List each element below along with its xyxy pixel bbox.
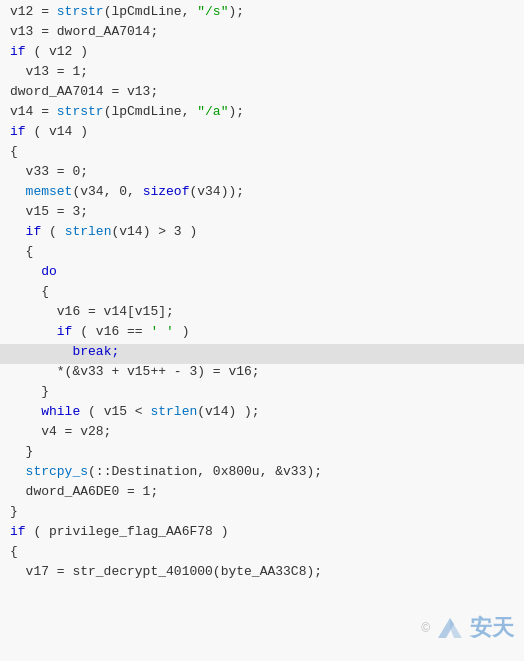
- code-text: (v34));: [189, 184, 244, 199]
- code-container: v12 = strstr(lpCmdLine, "/s"); v13 = dwo…: [0, 0, 524, 661]
- svg-marker-1: [450, 618, 462, 638]
- code-text: {: [10, 284, 49, 299]
- code-text: (lpCmdLine,: [104, 104, 198, 119]
- code-text: strstr: [57, 4, 104, 19]
- while-keyword: while: [41, 404, 80, 419]
- code-line: dword_AA7014 = v13;: [0, 84, 524, 104]
- code-line: v33 = 0;: [0, 164, 524, 184]
- code-text: {: [10, 144, 18, 159]
- code-line-highlighted: break;: [0, 344, 524, 364]
- code-text: v17 = str_decrypt_401000(byte_AA33C8);: [10, 564, 322, 579]
- code-text: if: [57, 324, 73, 339]
- code-text: v12 =: [10, 4, 57, 19]
- break-keyword: break;: [72, 344, 119, 359]
- code-text: v33 = 0;: [10, 164, 88, 179]
- code-line: do: [0, 264, 524, 284]
- code-text: "/a": [197, 104, 228, 119]
- code-text: ' ': [150, 324, 173, 339]
- code-text: ( v14 ): [26, 124, 88, 139]
- code-line: if ( privilege_flag_AA6F78 ): [0, 524, 524, 544]
- code-line: if ( v14 ): [0, 124, 524, 144]
- code-text: strlen: [150, 404, 197, 419]
- code-text: if: [10, 524, 26, 539]
- code-text: v13 = dword_AA7014;: [10, 24, 158, 39]
- watermark: © 安天: [421, 613, 514, 643]
- code-line: *(&v33 + v15++ - 3) = v16;: [0, 364, 524, 384]
- code-text: }: [10, 504, 18, 519]
- code-line: {: [0, 544, 524, 564]
- code-line: {: [0, 244, 524, 264]
- code-text: }: [10, 444, 33, 459]
- code-text: ( v15 <: [80, 404, 150, 419]
- code-text: [10, 344, 72, 359]
- code-text: {: [10, 244, 33, 259]
- code-text: "/s": [197, 4, 228, 19]
- code-line: v13 = dword_AA7014;: [0, 24, 524, 44]
- watermark-brand-text: 安天: [470, 613, 514, 643]
- code-text: v14 =: [10, 104, 57, 119]
- code-line: v4 = v28;: [0, 424, 524, 444]
- code-line: if ( v12 ): [0, 44, 524, 64]
- code-text: dword_AA7014 = v13;: [10, 84, 158, 99]
- code-text: [10, 464, 26, 479]
- code-text: *(&v33 + v15++ - 3) = v16;: [10, 364, 260, 379]
- code-text: strcpy_s: [26, 464, 88, 479]
- code-text: [10, 404, 41, 419]
- code-text: (v34, 0,: [72, 184, 142, 199]
- code-text: strstr: [57, 104, 104, 119]
- code-line: }: [0, 504, 524, 524]
- code-text: v15 = 3;: [10, 204, 88, 219]
- code-text: if: [10, 44, 26, 59]
- code-line: dword_AA6DE0 = 1;: [0, 484, 524, 504]
- code-line: if ( strlen(v14) > 3 ): [0, 224, 524, 244]
- code-text: [10, 224, 26, 239]
- code-line: v14 = strstr(lpCmdLine, "/a");: [0, 104, 524, 124]
- code-line: v15 = 3;: [0, 204, 524, 224]
- code-text: ( v16 ==: [72, 324, 150, 339]
- code-line: }: [0, 444, 524, 464]
- code-text: do: [41, 264, 57, 279]
- code-text: v4 = v28;: [10, 424, 111, 439]
- code-line: {: [0, 284, 524, 304]
- code-text: (: [41, 224, 64, 239]
- code-line: }: [0, 384, 524, 404]
- code-text: memset: [26, 184, 73, 199]
- code-line: while ( v15 < strlen(v14) );: [0, 404, 524, 424]
- code-line: v17 = str_decrypt_401000(byte_AA33C8);: [0, 564, 524, 584]
- code-text: );: [228, 104, 244, 119]
- antiy-logo-icon: [434, 614, 466, 642]
- code-text: ( v12 ): [26, 44, 88, 59]
- code-line: v13 = 1;: [0, 64, 524, 84]
- code-text: (v14) );: [197, 404, 259, 419]
- code-text: if: [10, 124, 26, 139]
- code-text: sizeof: [143, 184, 190, 199]
- code-line: if ( v16 == ' ' ): [0, 324, 524, 344]
- code-text: if: [26, 224, 42, 239]
- code-text: ( privilege_flag_AA6F78 ): [26, 524, 229, 539]
- code-text: {: [10, 544, 18, 559]
- code-line: strcpy_s(::Destination, 0x800u, &v33);: [0, 464, 524, 484]
- code-text: (::Destination, 0x800u, &v33);: [88, 464, 322, 479]
- code-line: memset(v34, 0, sizeof(v34));: [0, 184, 524, 204]
- code-line: {: [0, 144, 524, 164]
- code-line: v16 = v14[v15];: [0, 304, 524, 324]
- code-text: );: [228, 4, 244, 19]
- code-text: }: [10, 384, 49, 399]
- code-text: dword_AA6DE0 = 1;: [10, 484, 158, 499]
- code-text: [10, 184, 26, 199]
- code-text: v13 = 1;: [10, 64, 88, 79]
- code-text: [10, 264, 41, 279]
- code-text: (lpCmdLine,: [104, 4, 198, 19]
- code-text: ): [174, 324, 190, 339]
- code-line: v12 = strstr(lpCmdLine, "/s");: [0, 4, 524, 24]
- code-text: [10, 324, 57, 339]
- code-text: v16 = v14[v15];: [10, 304, 174, 319]
- copyright-symbol: ©: [421, 621, 430, 635]
- code-text: strlen: [65, 224, 112, 239]
- code-text: (v14) > 3 ): [111, 224, 197, 239]
